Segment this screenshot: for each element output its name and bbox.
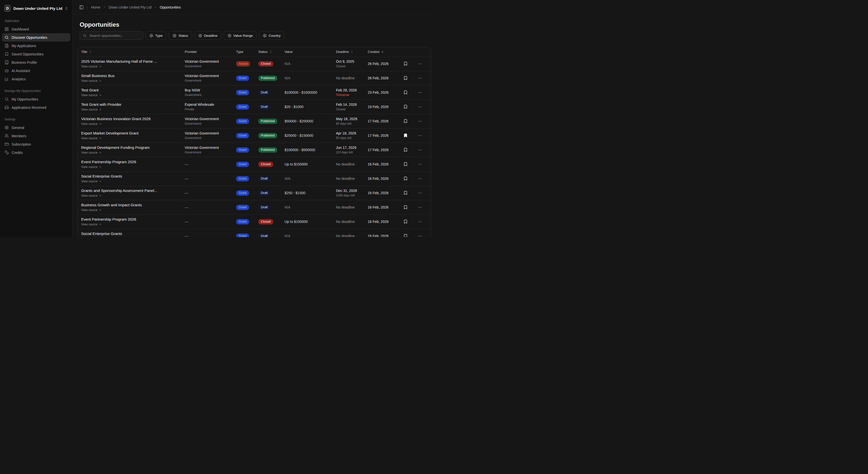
deadline-date: Oct 9, 2025 xyxy=(336,60,368,64)
bookmark-button[interactable] xyxy=(403,75,408,81)
table-row[interactable]: 2025 Victorian Manufacturing Hall of Fam… xyxy=(78,57,431,71)
search-input[interactable] xyxy=(89,34,140,38)
sidebar-item-analytics[interactable]: Analytics xyxy=(2,75,70,83)
sidebar-item-label: Discover Opportunities xyxy=(11,35,48,39)
row-menu-button[interactable] xyxy=(417,176,423,181)
bookmark-button[interactable] xyxy=(403,176,408,181)
row-menu-button[interactable] xyxy=(417,219,423,225)
bookmark-button[interactable] xyxy=(403,133,408,138)
table-row[interactable]: Business Growth and Impact GrantsView so… xyxy=(78,200,431,214)
bookmark-button[interactable] xyxy=(403,233,408,237)
type-cell: Grant xyxy=(236,205,258,210)
status-badge: Draft xyxy=(258,234,270,237)
menu-cell xyxy=(411,234,431,237)
sidebar-item-credits[interactable]: Credits xyxy=(2,148,70,157)
table-row[interactable]: Social Enterprise GrantsView source—Gran… xyxy=(78,229,431,237)
bookmark-cell xyxy=(400,176,411,181)
table-row[interactable]: Grants and Sponsorship Assessment Panel.… xyxy=(78,185,431,200)
view-source-link[interactable]: View source xyxy=(81,108,101,111)
table-row[interactable]: Test Grant with ProviderView sourceExper… xyxy=(78,100,431,114)
bookmark-button[interactable] xyxy=(403,104,408,109)
sidebar-item-discover-opportunities[interactable]: Discover Opportunities xyxy=(2,33,70,41)
sidebar-item-business-profile[interactable]: Business Profile xyxy=(2,58,70,67)
sidebar-item-general[interactable]: General xyxy=(2,124,70,132)
table-row[interactable]: Small Business BusView sourceVictorian G… xyxy=(78,71,431,85)
view-source-link[interactable]: View source xyxy=(81,194,101,198)
row-menu-button[interactable] xyxy=(417,234,423,237)
menu-cell xyxy=(411,162,431,167)
view-source-link[interactable]: View source xyxy=(81,165,101,169)
created-date: 16 Feb, 2026 xyxy=(368,191,400,195)
type-cell: Grant xyxy=(236,191,258,196)
column-header-status[interactable]: Status xyxy=(258,50,284,54)
row-menu-button[interactable] xyxy=(417,75,423,81)
row-menu-button[interactable] xyxy=(417,191,423,196)
bookmark-cell xyxy=(400,233,411,237)
row-menu-button[interactable] xyxy=(417,205,423,210)
column-header-created[interactable]: Created xyxy=(368,50,400,54)
bookmark-button[interactable] xyxy=(403,61,408,67)
bookmark-button[interactable] xyxy=(403,190,408,196)
opportunity-title: Regional Development Funding Program xyxy=(81,145,185,149)
table-row[interactable]: Victorian Business Innovation Grant 2026… xyxy=(78,114,431,128)
sort-desc-icon xyxy=(381,50,384,54)
filter-button-country[interactable]: Country xyxy=(259,31,284,40)
table-row[interactable]: Regional Development Funding ProgramView… xyxy=(78,142,431,157)
table-row[interactable]: Event Partnership Program 2026View sourc… xyxy=(78,214,431,229)
view-source-link[interactable]: View source xyxy=(81,65,101,68)
workspace-switcher[interactable]: D Down Under United Pty Ltd xyxy=(2,3,70,13)
table-row[interactable]: Social Enterprise GrantsView source—Gran… xyxy=(78,171,431,185)
table-row[interactable]: Event Partnership Program 2026View sourc… xyxy=(78,157,431,171)
bookmark-button[interactable] xyxy=(403,204,408,210)
view-source-link[interactable]: View source xyxy=(81,136,101,140)
row-menu-button[interactable] xyxy=(417,147,423,153)
table-row[interactable]: Test GrantView sourceBuy NSWGovernmentGr… xyxy=(78,85,431,100)
provider-cell: Victorian GovernmentGovernment xyxy=(185,131,236,140)
row-menu-button[interactable] xyxy=(417,162,423,167)
row-menu-button[interactable] xyxy=(417,118,423,124)
status-cell: Closed xyxy=(258,219,284,225)
view-source-link[interactable]: View source xyxy=(81,179,101,183)
table-row[interactable]: Export Market Development GrantView sour… xyxy=(78,128,431,142)
view-source-link[interactable]: View source xyxy=(81,151,101,155)
sidebar-item-applications-received[interactable]: Applications Received xyxy=(2,103,70,111)
row-menu-button[interactable] xyxy=(417,133,423,138)
row-menu-button[interactable] xyxy=(417,90,423,95)
row-menu-button[interactable] xyxy=(417,104,423,109)
filter-button-status[interactable]: Status xyxy=(169,31,192,40)
view-source-link[interactable]: View source xyxy=(81,208,101,212)
sidebar-item-dashboard[interactable]: Dashboard xyxy=(2,25,70,33)
column-header-title[interactable]: Title xyxy=(78,50,185,54)
view-source-link[interactable]: View source xyxy=(81,94,101,97)
bookmark-button[interactable] xyxy=(403,219,408,225)
row-menu-button[interactable] xyxy=(417,61,423,67)
sidebar-item-label: Credits xyxy=(11,150,23,155)
bookmark-icon xyxy=(403,205,408,209)
sidebar-item-members[interactable]: Members xyxy=(2,132,70,140)
view-source-link[interactable]: View source xyxy=(81,223,101,226)
bookmark-button[interactable] xyxy=(403,162,408,167)
bookmark-button[interactable] xyxy=(403,147,408,153)
title-cell: Grants and Sponsorship Assessment Panel.… xyxy=(78,189,185,198)
file-text-icon xyxy=(4,43,9,48)
plus-circle-icon xyxy=(173,34,177,37)
filter-button-value-range[interactable]: Value Range xyxy=(224,31,256,40)
sidebar-item-my-opportunities[interactable]: My Opportunities xyxy=(2,95,70,103)
filter-button-type[interactable]: Type xyxy=(146,31,166,40)
provider-name: — xyxy=(185,176,236,180)
sidebar-toggle-icon[interactable] xyxy=(79,5,84,9)
bookmark-button[interactable] xyxy=(403,90,408,95)
breadcrumb-home[interactable]: Home xyxy=(91,5,100,9)
sidebar-item-my-applications[interactable]: My Applications xyxy=(2,41,70,50)
filter-button-deadline[interactable]: Deadline xyxy=(194,31,221,40)
arrow-up-right-icon xyxy=(99,223,101,226)
column-header-deadline[interactable]: Deadline xyxy=(336,50,368,54)
sidebar-item-subscription[interactable]: Subscription xyxy=(2,140,70,148)
provider-type: Private xyxy=(185,107,236,111)
view-source-link[interactable]: View source xyxy=(81,122,101,126)
bookmark-button[interactable] xyxy=(403,118,408,124)
view-source-link[interactable]: View source xyxy=(81,79,101,82)
breadcrumb-workspace[interactable]: Down Under United Pty Ltd xyxy=(108,5,152,9)
sidebar-item-saved-opportunities[interactable]: Saved Opportunities xyxy=(2,50,70,58)
sidebar-item-ai-assistant[interactable]: AI Assistant xyxy=(2,67,70,75)
